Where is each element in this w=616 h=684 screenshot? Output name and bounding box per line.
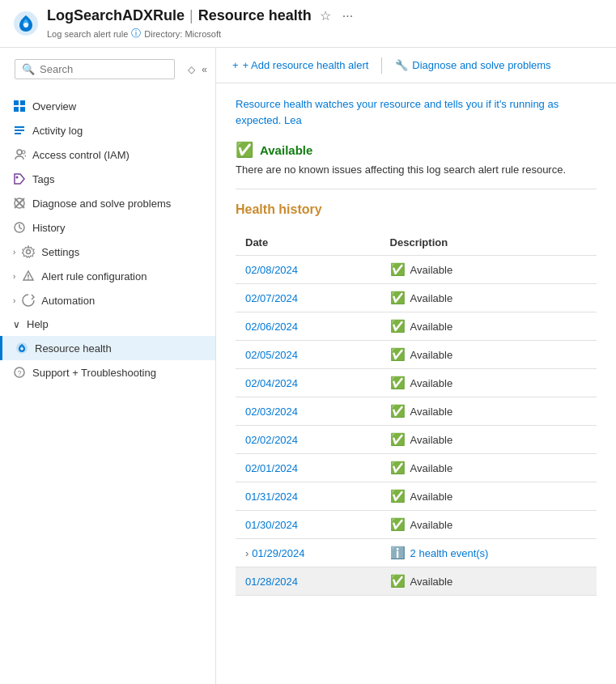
diagnose-wrench-icon: 🔧 [395,59,408,71]
available-status: ✅Available [390,262,587,277]
more-options-button[interactable]: ··· [339,7,356,25]
available-label: Available [410,264,453,276]
settings-expand-icon: › [13,248,15,257]
table-cell-date: 02/01/2024 [236,454,380,482]
content-divider [236,189,597,189]
available-label: Available [410,462,453,474]
table-cell-description: ℹ️2 health event(s) [380,539,597,567]
directory-label: Directory: Microsoft [144,29,221,39]
sidebar-item-support[interactable]: ? Support + Troubleshooting [0,360,215,384]
health-history-title: Health history [236,202,597,217]
available-check-icon: ✅ [390,404,406,418]
available-check-icon: ✅ [390,489,406,503]
date-link[interactable]: 02/04/2024 [245,377,298,389]
svg-point-9 [17,150,22,155]
sidebar-item-alert-rule[interactable]: › Alert rule configuration [0,264,215,288]
sidebar-item-diagnose[interactable]: Diagnose and solve problems [0,191,215,215]
available-label: Available [410,377,453,389]
sidebar-group-help-label: Help [27,318,49,330]
svg-marker-11 [15,174,24,184]
date-link[interactable]: 02/07/2024 [245,292,298,304]
available-status: ✅Available [390,489,587,503]
info-icon: ⓘ [131,27,141,40]
table-row: 02/03/2024✅Available [236,397,597,426]
svg-rect-4 [14,107,19,112]
title-separator: | [189,7,193,24]
table-cell-description: ✅Available [380,397,597,426]
available-status: ✅Available [390,517,587,532]
diagnose-button[interactable]: 🔧 Diagnose and solve problems [395,56,550,74]
page-name: Resource health [198,7,312,24]
sidebar-item-label-settings: Settings [41,246,202,258]
content-body: Resource health watches your resource an… [216,83,616,609]
sidebar-item-activity-log[interactable]: Activity log [0,118,215,142]
sidebar-item-tags[interactable]: Tags [0,167,215,191]
table-cell-date: 02/08/2024 [236,256,380,284]
table-cell-date: 01/31/2024 [236,482,380,511]
favorite-button[interactable]: ☆ [316,6,334,25]
available-label: Available [410,519,453,531]
sidebar-item-label-tags: Tags [32,173,202,185]
search-input[interactable] [40,63,168,75]
date-link[interactable]: 02/08/2024 [245,264,298,276]
date-link[interactable]: 02/01/2024 [245,462,298,474]
resource-name: LogSearchADXRule [47,7,185,24]
date-link[interactable]: 02/05/2024 [245,349,298,361]
table-cell-description: ✅Available [380,341,597,369]
sidebar-item-resource-health[interactable]: Resource health [0,336,215,360]
available-check-icon: ✅ [390,574,406,588]
table-cell-description: ✅Available [380,454,597,482]
svg-text:?: ? [17,369,21,377]
automation-expand-icon: › [13,296,15,305]
sidebar-item-automation[interactable]: › Automation [0,288,215,312]
table-cell-date: 01/30/2024 [236,511,380,539]
sidebar-item-label-support: Support + Troubleshooting [32,367,202,379]
date-link[interactable]: 01/28/2024 [245,576,298,588]
date-link[interactable]: 01/29/2024 [252,547,304,559]
filter-button[interactable]: ◇ [186,62,197,77]
available-status: ✅Available [390,432,587,447]
available-check-icon: ✅ [390,262,406,277]
date-link[interactable]: 01/30/2024 [245,519,298,531]
col-header-date: Date [236,230,380,256]
table-cell-description: ✅Available [380,511,597,539]
automation-icon [22,294,35,307]
svg-point-21 [20,347,23,350]
table-cell-description: ✅Available [380,369,597,397]
date-link[interactable]: 02/03/2024 [245,406,298,418]
date-link[interactable]: 02/02/2024 [245,434,298,446]
available-status: ✅Available [390,574,587,588]
row-expand-icon: › [245,547,249,559]
sidebar-item-settings[interactable]: › Settings [0,240,215,264]
collapse-button[interactable]: « [200,62,209,77]
table-cell-date: 01/28/2024 [236,567,380,596]
resource-health-icon [15,342,28,355]
add-alert-button[interactable]: + + Add resource health alert [232,56,368,74]
table-cell-date: 02/03/2024 [236,397,380,426]
available-check-icon: ✅ [390,319,406,334]
content-toolbar: + + Add resource health alert 🔧 Diagnose… [216,48,616,83]
sidebar-item-access-control[interactable]: Access control (IAM) [0,142,215,167]
available-label: Available [410,292,453,304]
page-header: LogSearchADXRule | Resource health ☆ ···… [0,0,616,48]
sidebar-item-label-overview: Overview [32,100,202,113]
date-link[interactable]: 01/31/2024 [245,491,298,503]
sidebar-item-history[interactable]: History [0,215,215,240]
svg-rect-8 [15,133,21,134]
alert-rule-icon [22,270,35,283]
date-link[interactable]: 02/06/2024 [245,321,298,333]
sidebar-item-label-alert-rule: Alert rule configuration [41,270,202,283]
table-header-row: Date Description [236,230,597,256]
sidebar-item-label-resource-health: Resource health [35,342,202,355]
sidebar-group-help[interactable]: ∨ Help [0,312,215,336]
svg-rect-5 [20,107,25,112]
available-check-icon: ✅ [390,291,406,305]
current-status-row: ✅ Available [236,141,597,159]
available-label: Available [410,434,453,446]
available-check-icon: ✅ [390,347,406,362]
sidebar-item-overview[interactable]: Overview [0,94,215,118]
sidebar-item-label-access-control: Access control (IAM) [32,149,202,161]
available-status: ✅Available [390,461,587,475]
table-cell-description: ✅Available [380,284,597,312]
svg-rect-2 [14,100,19,105]
